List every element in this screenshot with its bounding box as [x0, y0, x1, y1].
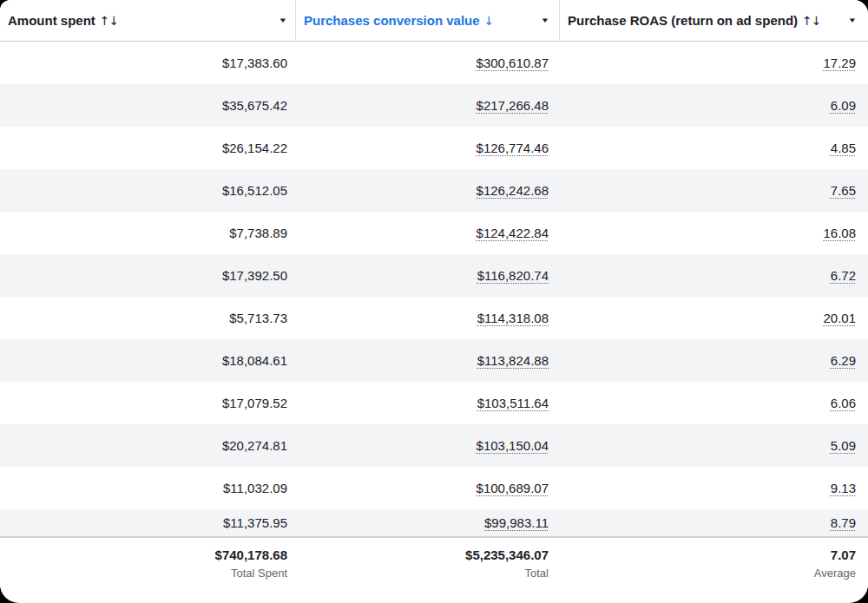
purchase-roas-cell: 8.79 [560, 509, 868, 536]
purchase-roas-value[interactable]: 20.01 [823, 311, 856, 325]
purchases-conversion-value[interactable]: $116,820.74 [477, 268, 549, 283]
table-row: $17,079.52 $103,511.64 6.06 [0, 382, 868, 424]
purchases-conversion-value[interactable]: $217,266.48 [477, 98, 549, 113]
amount-spent-cell: $16,512.05 [0, 169, 296, 212]
amount-spent-cell: $5,713.73 [0, 297, 296, 339]
column-header-label-wrap: Purchases conversion value ↓ [304, 13, 493, 28]
table-row: $17,383.60 $300,610.87 17.29 [0, 42, 868, 84]
purchases-conversion-value[interactable]: $100,689.07 [477, 481, 549, 495]
purchases-conversion-value-cell: $100,689.07 [296, 467, 560, 509]
amount-spent-cell: $17,383.60 [0, 42, 296, 84]
amount-spent-value: $17,392.50 [222, 268, 287, 283]
purchases-conversion-value[interactable]: $103,150.04 [477, 438, 549, 453]
purchase-roas-cell: 5.09 [560, 424, 868, 467]
amount-spent-cell: $17,392.50 [0, 254, 296, 297]
purchase-roas-value[interactable]: 16.08 [823, 226, 856, 240]
chevron-down-icon[interactable]: ▼ [848, 17, 858, 24]
table-row: $16,512.05 $126,242.68 7.65 [0, 169, 868, 212]
purchases-conversion-value-cell: $126,774.46 [296, 127, 560, 169]
amount-spent-cell: $11,375.95 [0, 509, 296, 536]
purchases-conversion-value-cell: $116,820.74 [296, 254, 560, 297]
purchases-conversion-value[interactable]: $126,242.68 [477, 183, 549, 198]
amount-spent-value: $16,512.05 [222, 183, 287, 198]
amount-spent-cell: $18,084.61 [0, 339, 296, 382]
sort-arrows-icon[interactable]: ↑↓ [802, 14, 820, 28]
amount-spent-value: $5,713.73 [229, 311, 287, 325]
purchases-conversion-value[interactable]: $124,422.84 [477, 226, 549, 240]
purchase-roas-cell: 6.72 [560, 254, 868, 297]
purchase-roas-cell: 4.85 [560, 127, 868, 169]
purchases-conversion-value-cell: $126,242.68 [296, 169, 560, 212]
purchases-conversion-value-cell: $113,824.88 [296, 339, 560, 382]
purchase-roas-value[interactable]: 6.09 [831, 98, 856, 113]
purchases-conversion-value-cell: $99,983.11 [296, 509, 560, 536]
amount-spent-cell: $7,738.89 [0, 212, 296, 254]
purchase-roas-value[interactable]: 7.65 [831, 183, 856, 198]
chevron-down-icon[interactable]: ▼ [279, 17, 288, 24]
purchase-roas-cell: 20.01 [560, 297, 868, 339]
amount-spent-value: $26,154.22 [222, 141, 287, 155]
purchases-conversion-value[interactable]: $126,774.46 [477, 141, 549, 155]
purchase-roas-value[interactable]: 9.13 [831, 481, 856, 495]
purchases-conversion-value[interactable]: $103,511.64 [477, 396, 549, 410]
conversion-value-total: $5,235,346.07 [465, 547, 549, 564]
total-spent-cell: $740,178.68 Total Spent [0, 538, 296, 601]
purchases-conversion-value-cell: $103,150.04 [296, 424, 560, 467]
purchase-roas-cell: 7.65 [560, 169, 868, 212]
purchase-roas-value[interactable]: 6.72 [831, 268, 856, 283]
amount-spent-value: $17,079.52 [222, 396, 287, 410]
purchases-conversion-value-cell: $124,422.84 [296, 212, 560, 254]
amount-spent-value: $7,738.89 [229, 226, 287, 240]
purchases-conversion-value[interactable]: $300,610.87 [477, 56, 549, 70]
conversion-value-total-label: Total [525, 567, 549, 580]
table-row: $17,392.50 $116,820.74 6.72 [0, 254, 868, 297]
table-row: $11,032.09 $100,689.07 9.13 [0, 467, 868, 509]
chevron-down-icon[interactable]: ▼ [541, 17, 550, 24]
conversion-value-total-cell: $5,235,346.07 Total [296, 538, 560, 601]
purchase-roas-value[interactable]: 17.29 [823, 56, 856, 70]
amount-spent-value: $35,675.42 [222, 98, 287, 113]
purchase-roas-value[interactable]: 6.06 [831, 396, 856, 410]
table-row: $26,154.22 $126,774.46 4.85 [0, 127, 868, 169]
purchases-conversion-value[interactable]: $113,824.88 [477, 353, 549, 368]
purchases-conversion-value-cell: $217,266.48 [296, 84, 560, 127]
table-row: $5,713.73 $114,318.08 20.01 [0, 297, 868, 339]
sort-arrows-icon[interactable]: ↑↓ [100, 14, 118, 28]
column-header-purchases-conversion-value[interactable]: Purchases conversion value ↓ ▼ [296, 0, 560, 41]
table-row: $20,274.81 $103,150.04 5.09 [0, 424, 868, 467]
purchases-conversion-value-cell: $300,610.87 [296, 42, 560, 84]
table-totals-row: $740,178.68 Total Spent $5,235,346.07 To… [0, 536, 868, 601]
amount-spent-cell: $26,154.22 [0, 127, 296, 169]
amount-spent-value: $17,383.60 [222, 56, 287, 70]
roas-average-label: Average [814, 567, 856, 580]
purchase-roas-cell: 9.13 [560, 467, 868, 509]
total-spent-label: Total Spent [231, 567, 287, 580]
purchase-roas-cell: 6.09 [560, 84, 868, 127]
column-header-amount-spent[interactable]: Amount spent ↑↓ ▼ [0, 0, 296, 41]
sort-descending-icon[interactable]: ↓ [484, 14, 494, 28]
purchase-roas-value[interactable]: 5.09 [831, 438, 856, 453]
amount-spent-value: $18,084.61 [222, 353, 287, 368]
amount-spent-value: $11,375.95 [223, 515, 287, 530]
table-row: $18,084.61 $113,824.88 6.29 [0, 339, 868, 382]
purchases-conversion-value[interactable]: $114,318.08 [477, 311, 549, 325]
column-header-purchase-roas[interactable]: Purchase ROAS (return on ad spend) ↑↓ ▼ [560, 0, 868, 41]
amount-spent-cell: $35,675.42 [0, 84, 296, 127]
column-header-label-wrap: Amount spent ↑↓ [8, 13, 118, 28]
purchases-conversion-value[interactable]: $99,983.11 [484, 515, 549, 530]
roas-average-cell: 7.07 Average [560, 538, 868, 601]
column-label: Amount spent [8, 13, 95, 28]
purchase-roas-value[interactable]: 8.79 [831, 515, 856, 530]
table-body: $17,383.60 $300,610.87 17.29 $35,675.42 … [0, 42, 868, 536]
purchases-conversion-value-cell: $103,511.64 [296, 382, 560, 424]
total-spent-value: $740,178.68 [215, 547, 287, 564]
purchase-roas-value[interactable]: 6.29 [831, 353, 856, 368]
purchase-roas-cell: 6.06 [560, 382, 868, 424]
purchase-roas-value[interactable]: 4.85 [831, 141, 856, 155]
table-header-row: Amount spent ↑↓ ▼ Purchases conversion v… [0, 0, 868, 42]
amount-spent-cell: $17,079.52 [0, 382, 296, 424]
column-label: Purchases conversion value [304, 13, 480, 28]
table-row: $11,375.95 $99,983.11 8.79 [0, 509, 868, 536]
purchase-roas-cell: 16.08 [560, 212, 868, 254]
purchases-conversion-value-cell: $114,318.08 [296, 297, 560, 339]
